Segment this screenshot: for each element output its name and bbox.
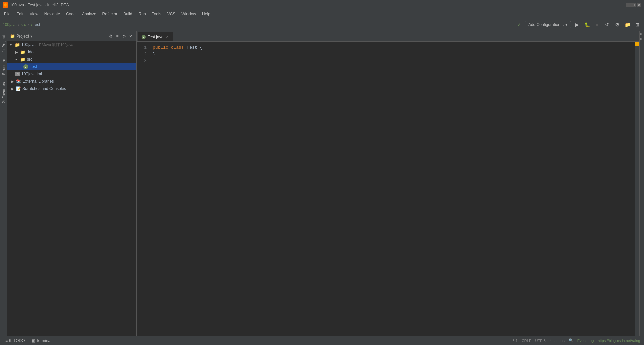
terminal-label: Terminal: [36, 338, 51, 343]
idea-folder-icon: 📁: [20, 50, 25, 55]
menu-item-tools[interactable]: Tools: [149, 11, 164, 17]
status-link[interactable]: https://blog.csdn.net/raing-: [598, 339, 641, 343]
close-button[interactable]: ✕: [637, 3, 641, 7]
menu-item-run[interactable]: Run: [136, 11, 149, 17]
add-config-arrow: ▾: [565, 22, 567, 27]
line-num-2: 2: [137, 51, 147, 58]
menu-item-vcs[interactable]: VCS: [165, 11, 178, 17]
file-tree: ▾ 📁 100java F:\Java 项目\100java ▶ 📁 .idea…: [7, 41, 136, 336]
menu-item-help[interactable]: Help: [199, 11, 213, 17]
menu-item-refactor[interactable]: Refactor: [100, 11, 120, 17]
project-panel-title[interactable]: 📁 Project ▾: [10, 34, 32, 39]
collapse-icon[interactable]: ≡: [115, 33, 120, 39]
line-numbers: 1 2 3: [137, 42, 150, 336]
right-sidebar: ≡ ≡: [639, 31, 644, 336]
toolbar: 100java › src › ●Test ✔ Add Configuratio…: [0, 18, 644, 31]
search-icon: 🔍: [569, 338, 573, 343]
settings-icon[interactable]: ⚙: [121, 33, 127, 39]
git-icon[interactable]: ✔: [515, 21, 523, 28]
iml-icon: ◻: [15, 72, 20, 76]
encoding: UTF-8: [535, 339, 546, 343]
expand-button[interactable]: ⊞: [633, 21, 641, 29]
toolbar-right: ✔ Add Configuration... ▾ ▶ 🐛 ■ ↺ ⚙ 📁 ⊞: [515, 21, 641, 29]
app-icon: 🔶: [3, 2, 8, 8]
menu-item-view[interactable]: View: [27, 11, 41, 17]
status-bar: 3:1 CRLF UTF-8 4 spaces 🔍 Event Log http…: [513, 338, 641, 343]
add-config-button[interactable]: Add Configuration... ▾: [525, 21, 571, 28]
menu-item-window[interactable]: Window: [179, 11, 199, 17]
maximize-button[interactable]: □: [631, 3, 636, 7]
minimize-button[interactable]: ─: [626, 3, 631, 7]
sidebar-item-project[interactable]: 1: Project: [1, 33, 6, 54]
tree-arrow-ext: ▶: [11, 80, 15, 83]
project-panel-arrow: ▾: [30, 34, 32, 39]
event-log[interactable]: Event Log: [577, 339, 594, 343]
todo-label: 6: TODO: [9, 338, 25, 343]
menu-item-file[interactable]: File: [1, 11, 13, 17]
tab-java-icon: J: [142, 35, 146, 39]
close-panel-icon[interactable]: ✕: [128, 33, 133, 39]
breadcrumb-project[interactable]: 100java: [3, 22, 17, 27]
sidebar-item-structure[interactable]: Structure: [1, 57, 6, 77]
tree-item-iml[interactable]: ◻ 100java.iml: [7, 70, 136, 78]
tab-label: Test.java: [148, 34, 163, 39]
tree-item-external[interactable]: ▶ 📚 External Libraries: [7, 78, 136, 85]
idea-name: .idea: [27, 50, 36, 54]
project-panel-header: 📁 Project ▾ ⚙ ≡ ⚙ ✕: [7, 31, 136, 41]
right-tool-2[interactable]: ≡: [640, 38, 644, 41]
root-path: F:\Java 项目\100java: [39, 42, 73, 47]
menu-item-build[interactable]: Build: [121, 11, 135, 17]
project-panel: 📁 Project ▾ ⚙ ≡ ⚙ ✕ ▾ 📁 100java F:\Java …: [7, 31, 137, 336]
src-name: src: [27, 57, 32, 62]
debug-button[interactable]: 🐛: [583, 21, 591, 29]
bottom-tab-todo[interactable]: ≡ 6: TODO: [3, 338, 28, 344]
search-everywhere-button[interactable]: ↺: [603, 21, 611, 29]
sync-icon[interactable]: ⚙: [108, 33, 113, 39]
right-tool-1[interactable]: ≡: [640, 33, 644, 36]
breadcrumb-sep1: ›: [18, 22, 19, 27]
title-bar: 🔶 100java - Test.java - IntelliJ IDEA ─ …: [0, 0, 644, 10]
line-num-3: 3: [137, 58, 147, 64]
window-controls[interactable]: ─ □ ✕: [626, 3, 641, 7]
title-text: 100java - Test.java - IntelliJ IDEA: [10, 3, 69, 7]
editor-tab-test[interactable]: J Test.java ✕: [138, 32, 173, 41]
menu-item-analyze[interactable]: Analyze: [79, 11, 99, 17]
tab-close-button[interactable]: ✕: [165, 35, 169, 39]
terminal-icon: ▣: [31, 338, 35, 343]
tree-arrow-src: ▾: [15, 58, 19, 61]
test-java-icon: J: [23, 64, 28, 69]
tree-root[interactable]: ▾ 📁 100java F:\Java 项目\100java: [7, 41, 136, 48]
bottom-panel: ≡ 6: TODO ▣ Terminal 3:1 CRLF UTF-8 4 sp…: [0, 336, 644, 345]
breadcrumb: 100java › src › ●Test: [3, 22, 40, 27]
tree-item-idea[interactable]: ▶ 📁 .idea: [7, 48, 136, 56]
menu-item-edit[interactable]: Edit: [14, 11, 26, 17]
left-vertical-tabs: 1: Project Structure 2: Favorites: [0, 31, 7, 336]
bottom-tab-terminal[interactable]: ▣ Terminal: [29, 338, 54, 344]
test-name: Test: [30, 64, 37, 69]
menu-item-code[interactable]: Code: [63, 11, 78, 17]
stop-button[interactable]: ■: [593, 21, 601, 29]
tree-item-src[interactable]: ▾ 📁 src: [7, 56, 136, 63]
breadcrumb-src[interactable]: src: [21, 22, 26, 27]
settings-button[interactable]: ⚙: [613, 21, 621, 29]
sidebar-item-favorites[interactable]: 2: Favorites: [1, 80, 6, 105]
editor-area: J Test.java ✕ 1 2 3 public class Test { …: [137, 31, 639, 336]
run-button[interactable]: ▶: [573, 21, 581, 29]
ext-lib-name: External Libraries: [22, 79, 54, 84]
menu-item-navigate[interactable]: Navigate: [42, 11, 63, 17]
tree-arrow-scratch: ▶: [11, 87, 15, 91]
project-panel-icon: 📁: [10, 34, 15, 39]
breadcrumb-file: ●Test: [30, 22, 40, 27]
gutter-mark: [635, 42, 639, 46]
project-header-icons: ⚙ ≡ ⚙ ✕: [108, 33, 133, 39]
code-content[interactable]: public class Test { }: [150, 42, 635, 336]
tree-item-test[interactable]: J Test: [7, 63, 136, 70]
project-view-button[interactable]: 📁: [623, 21, 631, 29]
code-editor[interactable]: 1 2 3 public class Test { }: [137, 42, 639, 336]
project-panel-label: Project: [16, 34, 29, 39]
tree-arrow-idea: ▶: [15, 50, 19, 54]
scratch-icon: 📝: [16, 86, 21, 91]
menu-bar: FileEditViewNavigateCodeAnalyzeRefactorB…: [0, 10, 644, 18]
tree-item-scratch[interactable]: ▶ 📝 Scratches and Consoles: [7, 85, 136, 92]
root-name: 100java: [21, 42, 36, 47]
